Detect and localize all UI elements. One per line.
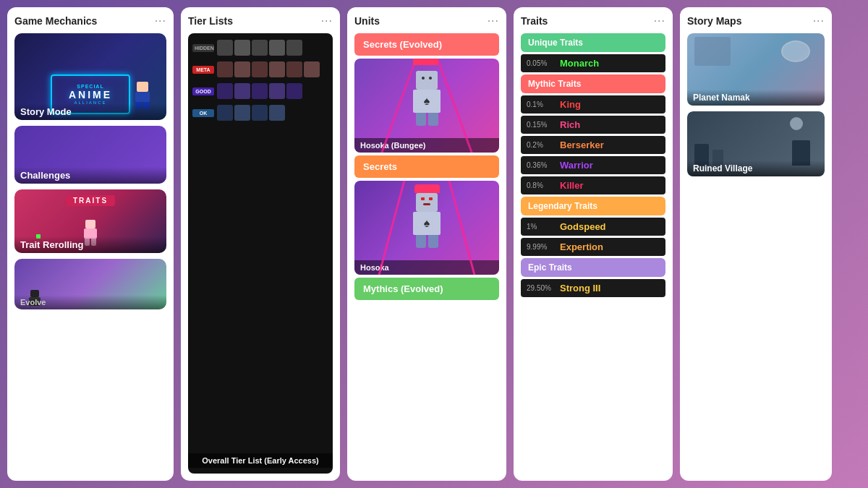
mythic-traits-section: Mythic Traits bbox=[521, 74, 665, 93]
expertion-pct: 9.99% bbox=[527, 243, 554, 251]
planet-namak-label: Planet Namak bbox=[687, 90, 825, 106]
expertion-trait[interactable]: 9.99% Expertion bbox=[521, 238, 665, 256]
units-list: Secrets (Evolved) ♠ bbox=[354, 33, 499, 300]
godspeed-pct: 1% bbox=[527, 223, 554, 231]
secrets-evolved-label[interactable]: Secrets (Evolved) bbox=[354, 33, 499, 56]
traits-menu[interactable]: ··· bbox=[654, 14, 665, 27]
hosoka-bungee-figure: ♠ bbox=[398, 62, 456, 134]
challenges-card[interactable]: Challenges bbox=[14, 126, 166, 184]
berserker-trait[interactable]: 0.2% Berserker bbox=[521, 136, 665, 154]
units-menu[interactable]: ··· bbox=[488, 14, 499, 27]
hosoka-label: Hosoka bbox=[354, 260, 499, 275]
tier-hidden-row: HIDDEN bbox=[192, 38, 328, 58]
traits-list: Unique Traits 0.05% Monarch Mythic Trait… bbox=[521, 33, 665, 297]
story-maps-title: Story Maps bbox=[687, 15, 741, 27]
king-pct: 0.1% bbox=[527, 100, 554, 108]
godspeed-trait[interactable]: 1% Godspeed bbox=[521, 218, 665, 236]
traits-column: Traits ··· Unique Traits 0.05% Monarch M… bbox=[514, 7, 673, 481]
godspeed-name: Godspeed bbox=[560, 221, 606, 232]
traits-title: Traits bbox=[521, 15, 548, 27]
secrets-label[interactable]: Secrets bbox=[354, 155, 499, 178]
trait-rerolling-label: Trait Rerolling bbox=[14, 236, 166, 253]
killer-trait[interactable]: 0.8% Killer bbox=[521, 176, 665, 194]
hosoka-bungee-label: Hosoka (Bungee) bbox=[354, 138, 499, 153]
tier-lists-header: Tier Lists ··· bbox=[188, 14, 333, 27]
king-trait[interactable]: 0.1% King bbox=[521, 95, 665, 114]
rich-pct: 0.15% bbox=[527, 121, 554, 129]
epic-traits-section: Epic Traits bbox=[521, 258, 665, 277]
units-column: Units ··· Secrets (Evolved) bbox=[347, 7, 506, 481]
story-maps-column: Story Maps ··· Planet Namak Ruined Villa… bbox=[680, 7, 832, 481]
monarch-pct: 0.05% bbox=[527, 59, 554, 67]
rich-name: Rich bbox=[560, 119, 580, 130]
traits-badge: TRAITS bbox=[66, 195, 115, 206]
tier-card-label: Overall Tier List (Early Access) bbox=[188, 453, 333, 468]
tier-lists-menu[interactable]: ··· bbox=[321, 14, 333, 27]
tier-lists-title: Tier Lists bbox=[188, 15, 233, 27]
berserker-name: Berserker bbox=[560, 140, 604, 150]
unique-traits-section: Unique Traits bbox=[521, 33, 665, 52]
tier-lists-column: Tier Lists ··· HIDDEN META bbox=[181, 7, 340, 481]
monarch-trait[interactable]: 0.05% Monarch bbox=[521, 54, 665, 72]
planet-namak-card[interactable]: Planet Namak bbox=[687, 33, 825, 106]
ruined-village-label: Ruined Village bbox=[687, 160, 825, 176]
hosoka-bungee-card[interactable]: ♠ Hosoka (Bungee) bbox=[354, 59, 499, 153]
game-mechanics-header: Game Mechanics ··· bbox=[14, 14, 166, 27]
evolve-card[interactable]: Evolve bbox=[14, 259, 166, 309]
mythics-evolved-label[interactable]: Mythics (Evolved) bbox=[354, 278, 499, 300]
story-mode-card[interactable]: SPECIAL ANIME ALLIANCE Story Mode bbox=[14, 33, 166, 120]
story-maps-header: Story Maps ··· bbox=[687, 14, 825, 27]
hosoka-figure: ♠ bbox=[398, 184, 456, 257]
monarch-name: Monarch bbox=[560, 58, 599, 69]
ruined-village-card[interactable]: Ruined Village bbox=[687, 111, 825, 176]
story-maps-menu[interactable]: ··· bbox=[813, 14, 825, 27]
traits-header: Traits ··· bbox=[521, 14, 665, 27]
tier-meta-row: META bbox=[192, 59, 328, 80]
hosoka-card[interactable]: ♠ Hosoka bbox=[354, 181, 499, 275]
warrior-pct: 0.36% bbox=[527, 161, 554, 169]
berserker-pct: 0.2% bbox=[527, 141, 554, 149]
evolve-label: Evolve bbox=[14, 295, 166, 309]
tier-ok-row: OK bbox=[192, 103, 328, 123]
killer-pct: 0.8% bbox=[527, 181, 554, 189]
overall-tier-list-card[interactable]: HIDDEN META bbox=[188, 33, 333, 474]
game-mechanics-menu[interactable]: ··· bbox=[155, 14, 166, 27]
trait-rerolling-card[interactable]: TRAITS Trait Rerolling bbox=[14, 189, 166, 253]
strong-name: Strong III bbox=[560, 283, 600, 294]
units-header: Units ··· bbox=[354, 14, 499, 27]
game-mechanics-column: Game Mechanics ··· SPECIAL ANIME ALLIANC… bbox=[7, 7, 174, 481]
killer-name: Killer bbox=[560, 180, 584, 191]
units-title: Units bbox=[354, 15, 380, 27]
king-name: King bbox=[560, 99, 581, 110]
challenges-label: Challenges bbox=[14, 167, 166, 184]
legendary-traits-section: Legendary Traits bbox=[521, 197, 665, 215]
story-mode-label: Story Mode bbox=[14, 103, 166, 120]
strong-pct: 29.50% bbox=[527, 284, 554, 292]
tier-good-row: GOOD bbox=[192, 81, 328, 101]
rich-trait[interactable]: 0.15% Rich bbox=[521, 116, 665, 134]
game-mechanics-title: Game Mechanics bbox=[14, 15, 97, 27]
warrior-trait[interactable]: 0.36% Warrior bbox=[521, 156, 665, 174]
warrior-name: Warrior bbox=[560, 160, 593, 171]
strong-trait[interactable]: 29.50% Strong III bbox=[521, 279, 665, 297]
expertion-name: Expertion bbox=[560, 241, 603, 252]
